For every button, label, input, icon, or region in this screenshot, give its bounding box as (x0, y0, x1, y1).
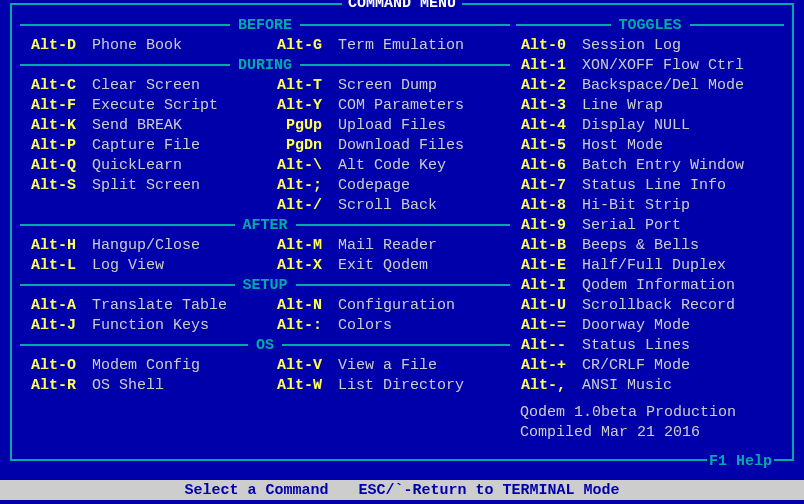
command-label: Status Line Info (582, 177, 726, 194)
command-item[interactable]: Alt-LLog View (20, 255, 264, 275)
command-item[interactable]: Alt-;Codepage (266, 175, 510, 195)
section-toggles-head: TOGGLES (516, 15, 784, 35)
command-label: XON/XOFF Flow Ctrl (582, 57, 744, 74)
left-panel: BEFORE Alt-DPhone BookAlt-GTerm Emulatio… (20, 15, 510, 455)
toggle-item[interactable]: Alt-1XON/XOFF Flow Ctrl (516, 55, 784, 75)
toggle-item[interactable]: Alt-3Line Wrap (516, 95, 784, 115)
key-label: PgDn (266, 137, 322, 154)
status-hint-escape: ESC/`-Return to TERMINAL Mode (358, 482, 619, 499)
toggle-item[interactable]: Alt-8Hi-Bit Strip (516, 195, 784, 215)
command-menu-frame: COMMAND MENU BEFORE Alt-DPhone BookAlt-G… (10, 3, 794, 461)
command-label: Doorway Mode (582, 317, 690, 334)
key-label: Alt-0 (516, 37, 566, 54)
toggle-item[interactable]: Alt-4Display NULL (516, 115, 784, 135)
key-label: Alt-G (266, 37, 322, 54)
toggle-item[interactable]: Alt-=Doorway Mode (516, 315, 784, 335)
command-item[interactable]: Alt-WList Directory (266, 375, 510, 395)
key-label: Alt-; (266, 177, 322, 194)
command-label: Host Mode (582, 137, 663, 154)
section-os-head: OS (20, 335, 510, 355)
command-item[interactable]: Alt-OModem Config (20, 355, 264, 375)
command-item[interactable]: Alt-KSend BREAK (20, 115, 264, 135)
command-item[interactable]: PgDnDownload Files (266, 135, 510, 155)
command-item[interactable]: Alt-PCapture File (20, 135, 264, 155)
toggle-item[interactable]: Alt-6Batch Entry Window (516, 155, 784, 175)
toggle-item[interactable]: Alt-2Backspace/Del Mode (516, 75, 784, 95)
command-label: Display NULL (582, 117, 690, 134)
command-item[interactable]: Alt-NConfiguration (266, 295, 510, 315)
command-label: Upload Files (338, 117, 446, 134)
key-label: Alt-L (20, 257, 76, 274)
command-label: Status Lines (582, 337, 690, 354)
right-panel-toggles: TOGGLES Alt-0Session LogAlt-1XON/XOFF Fl… (516, 15, 784, 455)
command-item[interactable]: Alt-JFunction Keys (20, 315, 264, 335)
toggle-item[interactable]: Alt-,ANSI Music (516, 375, 784, 395)
section-before-head: BEFORE (20, 15, 510, 35)
command-item[interactable]: Alt-YCOM Parameters (266, 95, 510, 115)
toggle-item[interactable]: Alt-0Session Log (516, 35, 784, 55)
key-label: Alt-W (266, 377, 322, 394)
key-label: Alt-U (516, 297, 566, 314)
toggle-item[interactable]: Alt-EHalf/Full Duplex (516, 255, 784, 275)
key-label: Alt-C (20, 77, 76, 94)
key-label: Alt-A (20, 297, 76, 314)
command-item[interactable]: Alt-FExecute Script (20, 95, 264, 115)
command-label: Translate Table (92, 297, 227, 314)
command-item[interactable]: Alt-GTerm Emulation (266, 35, 510, 55)
key-label: Alt-\ (266, 157, 322, 174)
key-label: Alt-J (20, 317, 76, 334)
status-hint-select: Select a Command (184, 482, 328, 499)
key-label: Alt-N (266, 297, 322, 314)
key-label: Alt-/ (266, 197, 322, 214)
toggle-item[interactable]: Alt-+CR/CRLF Mode (516, 355, 784, 375)
key-label: Alt-+ (516, 357, 566, 374)
command-item[interactable]: Alt-QQuickLearn (20, 155, 264, 175)
command-label: Execute Script (92, 97, 218, 114)
toggle-item[interactable]: Alt-IQodem Information (516, 275, 784, 295)
key-label: Alt-7 (516, 177, 566, 194)
toggle-item[interactable]: Alt--Status Lines (516, 335, 784, 355)
key-label: Alt-R (20, 377, 76, 394)
toggle-item[interactable]: Alt-7Status Line Info (516, 175, 784, 195)
f1-help-hint: F1 Help (707, 453, 774, 470)
command-label: Beeps & Bells (582, 237, 699, 254)
command-label: CR/CRLF Mode (582, 357, 690, 374)
command-item[interactable]: Alt-MMail Reader (266, 235, 510, 255)
command-item[interactable]: Alt-ROS Shell (20, 375, 264, 395)
command-item[interactable]: Alt-DPhone Book (20, 35, 264, 55)
command-item[interactable]: Alt-VView a File (266, 355, 510, 375)
command-item[interactable]: Alt-ATranslate Table (20, 295, 264, 315)
key-label: Alt-: (266, 317, 322, 334)
toggle-item[interactable]: Alt-UScrollback Record (516, 295, 784, 315)
section-after-head: AFTER (20, 215, 510, 235)
key-label: Alt-= (516, 317, 566, 334)
command-item[interactable]: Alt-SSplit Screen (20, 175, 264, 195)
command-label: Modem Config (92, 357, 200, 374)
command-item[interactable]: Alt-\Alt Code Key (266, 155, 510, 175)
command-label: COM Parameters (338, 97, 464, 114)
command-item[interactable]: Alt-/Scroll Back (266, 195, 510, 215)
key-label: Alt-1 (516, 57, 566, 74)
key-label: Alt-S (20, 177, 76, 194)
command-label: Screen Dump (338, 77, 437, 94)
command-label: Line Wrap (582, 97, 663, 114)
command-item[interactable]: Alt-TScreen Dump (266, 75, 510, 95)
command-item[interactable]: PgUpUpload Files (266, 115, 510, 135)
command-label: OS Shell (92, 377, 164, 394)
key-label: Alt-P (20, 137, 76, 154)
key-label: Alt-Q (20, 157, 76, 174)
toggle-item[interactable]: Alt-BBeeps & Bells (516, 235, 784, 255)
status-bar: Select a Command ESC/`-Return to TERMINA… (0, 480, 804, 500)
command-item[interactable]: Alt-:Colors (266, 315, 510, 335)
toggle-item[interactable]: Alt-5Host Mode (516, 135, 784, 155)
command-item[interactable]: Alt-HHangup/Close (20, 235, 264, 255)
command-item[interactable]: Alt-CClear Screen (20, 75, 264, 95)
command-label: Clear Screen (92, 77, 200, 94)
section-during-head: DURING (20, 55, 510, 75)
command-label: Send BREAK (92, 117, 182, 134)
command-item[interactable]: Alt-XExit Qodem (266, 255, 510, 275)
command-label: View a File (338, 357, 437, 374)
command-label: Hangup/Close (92, 237, 200, 254)
command-label: Backspace/Del Mode (582, 77, 744, 94)
toggle-item[interactable]: Alt-9Serial Port (516, 215, 784, 235)
